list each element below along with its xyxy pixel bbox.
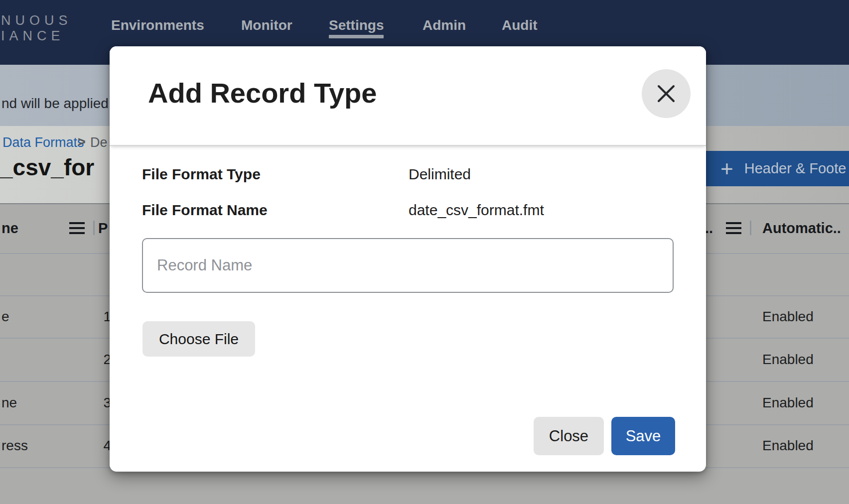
column-separator[interactable] [93, 221, 95, 235]
column-header-partial: P [98, 220, 108, 236]
cell-status: Enabled [762, 395, 814, 411]
nav-label: Admin [423, 17, 466, 33]
header-footer-button[interactable]: + Header & Foote [704, 151, 849, 186]
nav-item-settings[interactable]: Settings [329, 18, 384, 38]
breadcrumb-link-data-formats[interactable]: Data Formats [2, 135, 84, 150]
nav-label: Environments [111, 17, 204, 33]
active-tab-underline [329, 35, 384, 38]
column-menu-icon[interactable] [69, 222, 85, 234]
choose-file-button[interactable]: Choose File [142, 321, 255, 357]
record-name-input[interactable] [142, 238, 674, 293]
cell-status: Enabled [762, 352, 814, 368]
nav-item-audit[interactable]: Audit [502, 18, 538, 33]
dialog-title: Add Record Type [148, 77, 377, 109]
field-label-file-format-type: File Format Type [142, 166, 261, 183]
close-x-icon [655, 83, 677, 105]
cell-number: 1 [75, 309, 111, 325]
cell-number: 2 [75, 352, 111, 368]
nav-item-environments[interactable]: Environments [111, 18, 204, 33]
cell-name: ress [1, 438, 28, 454]
field-value-file-format-type: Delimited [409, 166, 471, 183]
column-separator[interactable] [750, 221, 751, 235]
add-record-type-dialog: Add Record Type File Format Type Delimit… [110, 46, 706, 472]
cell-status: Enabled [762, 438, 814, 454]
logo-line-2: IANCE [1, 28, 65, 43]
column-header-truncated: .. [705, 220, 713, 236]
column-menu-icon[interactable] [726, 222, 741, 234]
cell-name: e [1, 309, 9, 325]
header-footer-button-label: Header & Foote [744, 160, 847, 177]
field-label-file-format-name: File Format Name [142, 202, 268, 219]
plus-icon: + [720, 158, 733, 180]
logo-line-1: NUOUS [1, 13, 72, 28]
save-button[interactable]: Save [611, 417, 675, 455]
cell-number: 3 [75, 395, 111, 411]
cell-status: Enabled [762, 309, 814, 325]
page-title: _csv_for [0, 154, 94, 180]
nav-label: Settings [329, 17, 384, 33]
column-header-automatic: Automatic.. [762, 220, 841, 236]
field-value-file-format-name: date_csv_format.fmt [409, 202, 544, 219]
close-dialog-button[interactable] [642, 69, 691, 118]
dialog-header: Add Record Type [110, 46, 706, 146]
close-button[interactable]: Close [534, 417, 604, 455]
column-header-name: ne [1, 220, 18, 236]
nav-label: Audit [502, 17, 538, 33]
breadcrumb-chevron-icon: > [78, 134, 86, 150]
brand-logo: NUOUSIANCE [1, 13, 72, 44]
cell-name: ne [1, 395, 17, 411]
breadcrumb-current: De [90, 135, 108, 150]
cell-number: 4 [75, 438, 111, 454]
nav-label: Monitor [241, 17, 292, 33]
nav-item-admin[interactable]: Admin [423, 18, 466, 33]
app-root: NUOUSIANCE Environments Monitor Settings… [0, 0, 849, 504]
nav-item-monitor[interactable]: Monitor [241, 18, 292, 33]
